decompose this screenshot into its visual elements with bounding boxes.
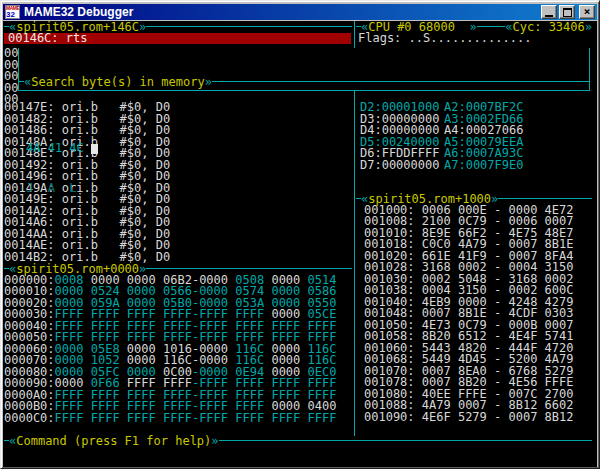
command-panel-title: Command (press F1 for help): [16, 434, 211, 448]
header-line: [146, 268, 352, 269]
memory-cell: FFFF: [163, 411, 192, 425]
memory-left-rows: 000000:0008 0000 0000 06B2-0000 0508 000…: [4, 275, 336, 425]
mame32-app-icon: MAME 32: [5, 5, 20, 19]
chevron-close-icon: »: [585, 21, 592, 34]
chevron-close-icon: »: [211, 434, 218, 448]
debugger-window: MAME 32 MAME32 Debugger × «spirit05.rom+…: [0, 0, 600, 469]
search-ascii-text: J A L: [26, 181, 77, 195]
memory-cell: FFFF: [199, 411, 228, 425]
memory-cell: FFFF: [271, 411, 300, 425]
search-dialog-header: «Search byte(s) in memory»: [19, 76, 589, 87]
search-input[interactable]: 4A 41 4C: [26, 143, 589, 155]
chevron-open-icon: «: [24, 75, 31, 89]
memory-row: 0000C0:FFFF FFFF FFFF FFFF-FFFF FFFF FFF…: [4, 413, 336, 425]
memory-cell-separator: [300, 411, 307, 425]
close-button[interactable]: ×: [579, 5, 595, 19]
header-line: [219, 440, 592, 441]
memory-cell-separator: [156, 411, 163, 425]
memory-cell: FFFF: [308, 411, 337, 425]
maximize-button[interactable]: [559, 5, 575, 19]
memory-cell: FFFF: [91, 411, 120, 425]
chevron-open-icon: «: [9, 434, 16, 448]
maximize-icon: [563, 8, 572, 17]
minimize-button[interactable]: [541, 5, 557, 19]
search-dialog: «Search byte(s) in memory» 4A 41 4C J A …: [18, 48, 590, 91]
title-bar[interactable]: MAME 32 MAME32 Debugger ×: [3, 4, 597, 20]
chevron-close-icon: »: [139, 21, 146, 34]
chevron-close-icon: »: [205, 75, 212, 89]
command-input[interactable]: [4, 447, 592, 466]
disasm-current-line: 00146C: rts: [4, 33, 351, 44]
memory-row: 001090: 4E6F 5279 - 0007 8B12: [364, 412, 574, 424]
search-dialog-title: Search byte(s) in memory: [31, 75, 204, 89]
header-line: [146, 26, 352, 27]
memory-cell: FFFF: [55, 411, 84, 425]
debugger-client: «spirit05.rom+146C» «CPU #0 68000 »«Cyc:…: [3, 21, 597, 467]
header-line: [477, 26, 506, 27]
cpu-flags: Flags: ..S..............: [358, 33, 531, 44]
memory-address: 0000C0:: [4, 411, 55, 425]
header-line: [212, 81, 589, 82]
disasm-obscured-fragments: 0000000000: [4, 48, 18, 106]
search-ascii-preview: J A L: [26, 183, 589, 195]
app-icon-number: 32: [6, 11, 15, 19]
close-icon: ×: [584, 7, 591, 17]
text-cursor-icon: [91, 144, 98, 154]
memory-cell-separator: [120, 411, 127, 425]
command-panel-header: «Command (press F1 for help)»: [4, 435, 592, 446]
search-input-bytes: 4A 41 4C: [26, 141, 84, 155]
minimize-icon: [545, 15, 553, 17]
memory-cell-separator: [83, 411, 90, 425]
window-controls: ×: [539, 5, 595, 19]
memory-cell: FFFF: [127, 411, 156, 425]
memory-cell: FFFF: [235, 411, 264, 425]
window-title: MAME32 Debugger: [24, 5, 133, 19]
